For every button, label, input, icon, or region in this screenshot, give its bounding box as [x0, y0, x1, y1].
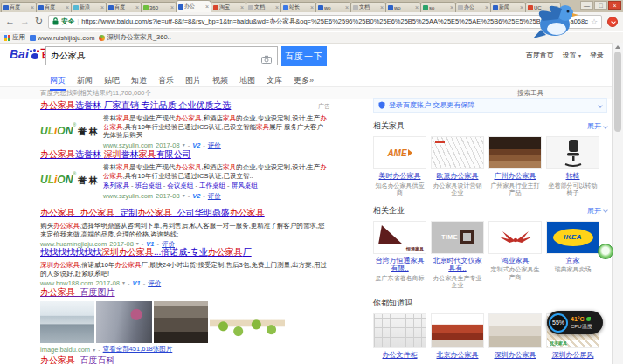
result-title[interactable]: 办公家具选誉林 厂家直销 专注品质 企业优质之选 [40, 100, 330, 112]
tab-close-icon[interactable]: × [100, 4, 104, 10]
tab-close-icon[interactable]: × [345, 4, 349, 10]
tab-close-icon[interactable]: × [135, 4, 139, 10]
tab-close-icon[interactable]: × [450, 4, 453, 10]
tab-zhidao[interactable]: 知道 [131, 75, 147, 91]
link-baidu-home[interactable]: 百度首页 [526, 51, 554, 60]
search-input[interactable] [45, 46, 278, 65]
close-button[interactable]: × [608, 1, 621, 10]
card-label[interactable]: 办公文件柜 [373, 351, 426, 360]
browser-tab[interactable]: 淘宝× [211, 2, 246, 12]
link-settings[interactable]: 设置 ▾ [563, 51, 581, 60]
address-bar[interactable]: 安全 | https://www.baidu.com/s?ie=utf-8&f=… [48, 15, 602, 29]
card-label[interactable]: 宜家 [546, 257, 599, 265]
browser-tab[interactable]: wo× [385, 2, 421, 12]
sitelink[interactable]: 班台桌组 [129, 182, 162, 189]
browser-tab[interactable]: wo× [315, 2, 351, 12]
back-button[interactable]: ← [5, 17, 15, 26]
sketch-image[interactable] [431, 136, 484, 169]
result-title[interactable]: 办公家具_百度图片 [40, 286, 330, 299]
caret-down-icon[interactable]: ▾ [183, 192, 185, 201]
card-label[interactable]: 台湾万恒通家具有限.. [373, 257, 426, 273]
tab-tieba[interactable]: 贴吧 [104, 75, 120, 91]
browser-tab[interactable]: 360× [141, 2, 177, 12]
browser-tab[interactable]: 百度× [36, 2, 72, 12]
browser-tab[interactable]: 新闻× [490, 2, 526, 12]
login-banner[interactable]: 登录百度账户 交易更有保障 [373, 98, 607, 113]
card-label[interactable]: 转椅 [546, 172, 599, 181]
floating-assistant-ball[interactable] [598, 244, 613, 259]
forward-button[interactable]: → [20, 17, 30, 26]
apps-shortcut[interactable]: 应用 [4, 33, 25, 42]
tab-maps[interactable]: 地图 [239, 75, 255, 91]
office-chair-image[interactable] [546, 136, 599, 169]
card-label[interactable]: 北京时代文仪家具有.. [431, 257, 484, 273]
wanhengtong-logo-image[interactable]: 恒通家具 [373, 221, 426, 254]
browser-tab[interactable]: 站长× [280, 2, 316, 12]
tab-web[interactable]: 网页 [50, 75, 66, 91]
time-logo-image[interactable]: TIME [431, 221, 484, 254]
card-label[interactable]: 欧派办公家具 [431, 172, 484, 181]
browser-tab[interactable]: 文档× [246, 2, 281, 12]
scrollbar[interactable] [612, 43, 623, 364]
tab-images[interactable]: 图片 [185, 75, 201, 91]
caret-down-icon[interactable]: ▾ [93, 347, 95, 353]
tab-wenku[interactable]: 文库 [267, 75, 282, 91]
executive-desk-image[interactable] [488, 136, 542, 169]
search-button[interactable]: 百度一下 [281, 46, 327, 66]
evaluate-link[interactable]: 评价 [208, 192, 221, 201]
card-label[interactable]: 美时办公家具 [373, 172, 426, 181]
tab-close-icon[interactable]: × [205, 3, 209, 10]
scrollbar-thumb[interactable] [614, 52, 621, 132]
scroll-up-arrow-icon[interactable] [615, 45, 620, 49]
bookmark-star-icon[interactable]: ☆ [591, 17, 598, 26]
link-login[interactable]: 登录 [590, 51, 604, 60]
browser-tab[interactable]: 办公× [455, 2, 491, 12]
baidu-v-badge[interactable]: V2 [192, 192, 200, 201]
ulion-brand-logo[interactable]: ULiON®誉 林 [40, 163, 103, 200]
reload-button[interactable]: ↻ [35, 17, 43, 26]
tab-news[interactable]: 新闻 [77, 75, 93, 91]
tab-close-icon[interactable]: × [66, 4, 69, 10]
maximize-button[interactable]: □ [594, 1, 607, 10]
sitelink[interactable]: 屏风桌组 [225, 182, 258, 189]
tab-close-icon[interactable]: × [170, 4, 174, 10]
office-photo-thumbnail[interactable] [40, 301, 94, 343]
ikea-logo-image[interactable]: IKEA [546, 221, 599, 254]
browser-tab[interactable]: 百度× [1, 2, 37, 12]
sitelink[interactable]: 工作桌组 [193, 182, 225, 189]
download-manager-icon[interactable] [607, 17, 618, 27]
file-cabinets-image[interactable] [373, 313, 426, 348]
office-photo-thumbnail[interactable] [96, 301, 152, 343]
card-label[interactable]: 北京办公家具 [431, 351, 484, 360]
expand-link[interactable]: 展开 [587, 206, 607, 216]
browser-tab-active[interactable]: 办公× [176, 0, 211, 12]
browser-tab[interactable]: 文档× [350, 2, 386, 12]
browser-tab[interactable]: so× [420, 2, 456, 12]
result-title[interactable]: 找找找找找找找深圳办公家具...倍诺威-专业办公家具厂 [40, 246, 330, 258]
meeting-room-photo-thumbnail[interactable] [154, 301, 208, 343]
bookmark-item[interactable]: www.ruishijiaju.com [30, 34, 94, 42]
sitelink[interactable]: 系列家具 [103, 182, 129, 189]
tab-more[interactable]: 更多» [294, 75, 314, 91]
tab-close-icon[interactable]: × [310, 4, 314, 10]
view-all-images-link[interactable]: 查看全部451,618张图片 [103, 345, 173, 354]
minimize-button[interactable]: — [580, 1, 593, 10]
tab-close-icon[interactable]: × [415, 4, 419, 10]
camera-search-icon[interactable] [261, 52, 272, 67]
tab-close-icon[interactable]: × [275, 4, 279, 10]
browser-tab[interactable]: 百度× [106, 2, 142, 12]
tab-close-icon[interactable]: × [485, 4, 488, 10]
tab-close-icon[interactable]: × [520, 4, 523, 10]
result-title[interactable]: 办公家具_办公家具_定制办公家具_公司华明鼎盛办公家具 [40, 207, 330, 219]
tab-close-icon[interactable]: × [240, 4, 244, 10]
cpu-monitor-widget[interactable]: 55% 41°C CPU温度 [547, 311, 603, 334]
browser-tab[interactable]: 新浪× [71, 2, 107, 12]
tab-music[interactable]: 音乐 [158, 75, 174, 91]
sitelink[interactable]: 会议桌组 [162, 182, 194, 189]
ame-logo-image[interactable]: AME [373, 136, 426, 169]
card-label[interactable]: 深圳办公屏风 [546, 351, 599, 360]
tab-video[interactable]: 视频 [212, 75, 228, 91]
card-label[interactable]: 深圳办公家具 [488, 351, 542, 360]
hongye-wings-logo-image[interactable] [488, 221, 542, 254]
card-label[interactable]: 广州办公家具 [488, 172, 542, 181]
